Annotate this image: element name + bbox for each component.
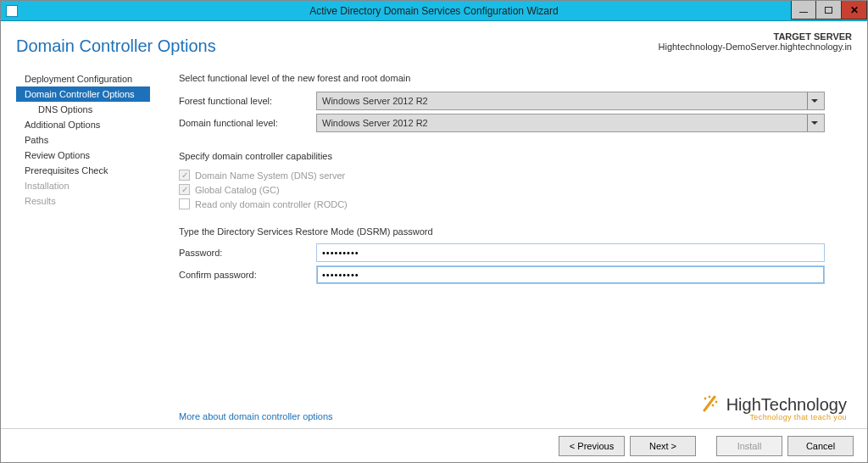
forest-level-label: Forest functional level: (179, 96, 316, 106)
sidebar-item-deployment[interactable]: Deployment Configuration (16, 71, 150, 86)
logo-icon (701, 393, 720, 415)
target-server-block: TARGET SERVER Hightechnology-DemoServer.… (659, 31, 853, 52)
chevron-down-icon (807, 92, 821, 109)
forest-level-select[interactable]: Windows Server 2012 R2 (316, 92, 825, 110)
sidebar-item-dns-options[interactable]: DNS Options (16, 102, 150, 117)
wizard-window: Active Directory Domain Services Configu… (0, 0, 868, 463)
body-area: Domain Controller Options TARGET SERVER … (1, 21, 867, 428)
sidebar-item-paths[interactable]: Paths (16, 132, 150, 148)
target-server-label: TARGET SERVER (659, 31, 853, 42)
header-row: Domain Controller Options TARGET SERVER … (16, 31, 852, 70)
sidebar-item-prereq[interactable]: Prerequisites Check (16, 163, 150, 178)
target-server-value: Hightechnology-DemoServer.hightechnology… (659, 42, 853, 52)
content-row: Deployment Configuration Domain Controll… (16, 70, 852, 428)
forest-level-value: Windows Server 2012 R2 (322, 96, 428, 106)
capabilities-heading: Specify domain controller capabilities (179, 151, 845, 161)
sidebar-item-installation: Installation (16, 178, 150, 193)
chevron-down-icon (807, 114, 821, 131)
dns-checkbox-row: Domain Name System (DNS) server (179, 170, 845, 181)
next-button[interactable]: Next > (630, 436, 696, 456)
password-row: Password: (179, 243, 845, 262)
svg-point-1 (709, 396, 711, 399)
svg-point-0 (704, 398, 707, 400)
gc-checkbox (179, 184, 190, 195)
window-title: Active Directory Domain Services Configu… (1, 5, 867, 17)
footer-buttons: < Previous Next > Install Cancel (1, 428, 867, 462)
dns-checkbox-label: Domain Name System (DNS) server (195, 170, 345, 181)
cancel-button[interactable]: Cancel (787, 436, 854, 456)
sidebar-item-results: Results (16, 193, 150, 209)
confirm-password-label: Confirm password: (179, 270, 316, 280)
password-input[interactable] (316, 243, 825, 262)
title-bar[interactable]: Active Directory Domain Services Configu… (1, 1, 867, 21)
dns-checkbox (179, 170, 190, 181)
wizard-steps-sidebar: Deployment Configuration Domain Controll… (16, 70, 150, 428)
install-button: Install (716, 436, 782, 456)
previous-button[interactable]: < Previous (559, 436, 625, 456)
sidebar-item-additional[interactable]: Additional Options (16, 117, 150, 132)
gc-checkbox-label: Global Catalog (GC) (195, 185, 280, 195)
domain-level-label: Domain functional level: (179, 118, 316, 128)
page-title: Domain Controller Options (16, 36, 216, 56)
dsrm-heading: Type the Directory Services Restore Mode… (179, 226, 845, 237)
svg-point-2 (712, 404, 715, 407)
confirm-password-input[interactable] (316, 265, 825, 284)
rodc-checkbox-label: Read only domain controller (RODC) (195, 199, 348, 209)
main-panel: Select functional level of the new fores… (150, 70, 852, 428)
logo-watermark: HighTechnology Technology that teach you (701, 392, 847, 421)
svg-point-3 (715, 401, 718, 404)
sidebar-item-dc-options[interactable]: Domain Controller Options (16, 86, 150, 102)
forest-level-row: Forest functional level: Windows Server … (179, 92, 845, 110)
domain-level-value: Windows Server 2012 R2 (322, 118, 428, 128)
password-label: Password: (179, 248, 316, 258)
domain-level-select[interactable]: Windows Server 2012 R2 (316, 114, 825, 132)
logo-text: HighTechnology (726, 395, 847, 414)
rodc-checkbox (179, 198, 190, 209)
intro-text: Select functional level of the new fores… (179, 73, 845, 83)
domain-level-row: Domain functional level: Windows Server … (179, 114, 845, 132)
gc-checkbox-row: Global Catalog (GC) (179, 184, 845, 195)
confirm-password-row: Confirm password: (179, 265, 845, 284)
rodc-checkbox-row: Read only domain controller (RODC) (179, 198, 845, 209)
sidebar-item-review[interactable]: Review Options (16, 148, 150, 163)
